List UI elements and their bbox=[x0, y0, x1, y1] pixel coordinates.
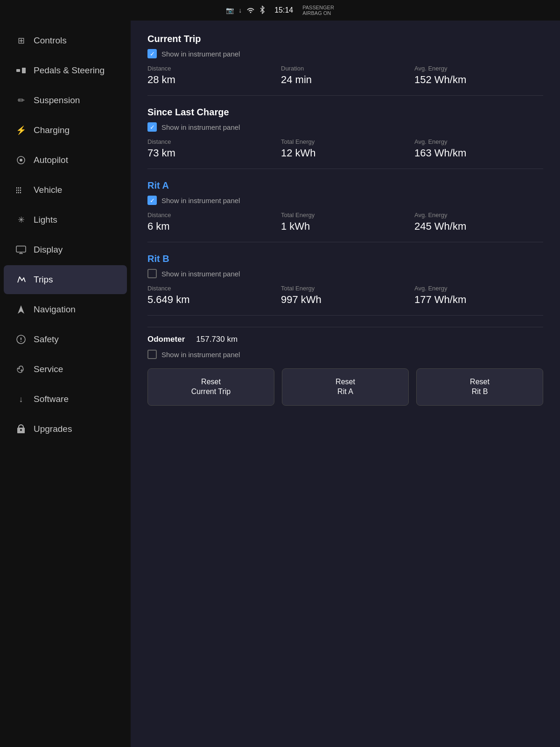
sidebar-item-trips[interactable]: Trips bbox=[4, 265, 127, 294]
main-layout: ⊞ Controls Pedals & Steering ✏ Suspensio… bbox=[0, 21, 560, 747]
sidebar-item-service[interactable]: Service bbox=[4, 355, 127, 384]
rit-b-show-checkbox[interactable] bbox=[147, 269, 157, 278]
odometer-show-checkbox[interactable] bbox=[147, 350, 157, 359]
divider bbox=[147, 327, 543, 327]
rit-b-show-checkbox-row: Show in instrument panel bbox=[147, 269, 543, 278]
reset-rit-a-button[interactable]: ResetRit A bbox=[282, 368, 409, 406]
current-trip-section: Current Trip Show in instrument panel Di… bbox=[147, 34, 543, 96]
current-trip-duration: Duration 24 min bbox=[281, 65, 410, 86]
current-trip-distance-value: 28 km bbox=[147, 74, 276, 86]
sidebar-item-suspension[interactable]: ✏ Suspension bbox=[4, 86, 127, 115]
sidebar-item-pedals[interactable]: Pedals & Steering bbox=[4, 56, 127, 85]
since-last-charge-title: Since Last Charge bbox=[147, 107, 543, 118]
download-icon: ↓ bbox=[238, 7, 242, 14]
display-icon bbox=[15, 244, 27, 256]
sidebar-item-charging[interactable]: ⚡ Charging bbox=[4, 116, 127, 145]
current-trip-energy-value: 152 Wh/km bbox=[414, 74, 543, 86]
rit-a-total-energy: Total Energy 1 kWh bbox=[281, 211, 410, 233]
rit-b-distance: Distance 5.649 km bbox=[147, 285, 276, 306]
current-trip-show-label: Show in instrument panel bbox=[161, 50, 240, 58]
rit-a-total-energy-label: Total Energy bbox=[281, 211, 410, 218]
trips-icon bbox=[15, 274, 27, 286]
sidebar-item-vehicle[interactable]: Vehicle bbox=[4, 176, 127, 204]
sidebar-label-upgrades: Upgrades bbox=[34, 424, 72, 434]
rit-a-title: Rit A bbox=[147, 180, 543, 191]
sidebar-item-autopilot[interactable]: Autopilot bbox=[4, 146, 127, 175]
svg-rect-2 bbox=[16, 69, 20, 72]
sidebar-item-upgrades[interactable]: Upgrades bbox=[4, 415, 127, 444]
svg-rect-12 bbox=[16, 192, 17, 193]
rit-b-total-energy-label: Total Energy bbox=[281, 285, 410, 292]
slc-total-energy: Total Energy 12 kWh bbox=[281, 138, 410, 159]
rit-a-distance-label: Distance bbox=[147, 211, 276, 218]
sidebar-item-lights[interactable]: ✳ Lights bbox=[4, 205, 127, 234]
sidebar-label-suspension: Suspension bbox=[34, 95, 80, 106]
svg-rect-8 bbox=[20, 187, 21, 189]
rit-a-distance: Distance 6 km bbox=[147, 211, 276, 233]
sidebar-item-display[interactable]: Display bbox=[4, 235, 127, 264]
rit-b-avg-energy: Avg. Energy 177 Wh/km bbox=[414, 285, 543, 306]
odometer-section: Odometer 157.730 km Show in instrument p… bbox=[147, 327, 543, 359]
slc-total-energy-label: Total Energy bbox=[281, 138, 410, 145]
current-trip-energy: Avg. Energy 152 Wh/km bbox=[414, 65, 543, 86]
suspension-icon: ✏ bbox=[15, 94, 27, 106]
sidebar-item-safety[interactable]: Safety bbox=[4, 325, 127, 354]
sidebar-label-navigation: Navigation bbox=[34, 304, 76, 315]
since-last-charge-show-checkbox[interactable] bbox=[147, 122, 157, 132]
odometer-show-checkbox-row: Show in instrument panel bbox=[147, 350, 543, 359]
sidebar-label-display: Display bbox=[34, 245, 63, 255]
rit-b-title: Rit B bbox=[147, 254, 543, 264]
slc-distance: Distance 73 km bbox=[147, 138, 276, 159]
rit-a-avg-energy: Avg. Energy 245 Wh/km bbox=[414, 211, 543, 233]
sidebar-label-controls: Controls bbox=[34, 35, 67, 46]
sidebar-label-trips: Trips bbox=[34, 275, 53, 285]
passenger-airbag-icon: PASSENGERAIRBAG ON bbox=[302, 5, 334, 16]
current-trip-duration-value: 24 min bbox=[281, 74, 410, 86]
sidebar-item-navigation[interactable]: Navigation bbox=[4, 295, 127, 324]
slc-avg-energy-label: Avg. Energy bbox=[414, 138, 543, 145]
rit-a-show-checkbox-row: Show in instrument panel bbox=[147, 196, 543, 205]
sidebar-item-controls[interactable]: ⊞ Controls bbox=[4, 26, 127, 55]
current-trip-show-checkbox-row: Show in instrument panel bbox=[147, 49, 543, 58]
svg-rect-13 bbox=[18, 192, 19, 193]
rit-a-stats: Distance 6 km Total Energy 1 kWh Avg. En… bbox=[147, 211, 543, 233]
sidebar-label-lights: Lights bbox=[34, 215, 57, 225]
sidebar-label-charging: Charging bbox=[34, 125, 70, 135]
odometer-row: Odometer 157.730 km bbox=[147, 335, 543, 344]
odometer-label: Odometer bbox=[147, 335, 185, 344]
reset-buttons-container: ResetCurrent Trip ResetRit A ResetRit B bbox=[147, 368, 543, 406]
charging-icon: ⚡ bbox=[15, 124, 27, 136]
reset-rit-b-button[interactable]: ResetRit B bbox=[416, 368, 543, 406]
reset-current-trip-button[interactable]: ResetCurrent Trip bbox=[147, 368, 274, 406]
current-trip-duration-label: Duration bbox=[281, 65, 410, 72]
status-icons: 📷 ↓ bbox=[226, 6, 265, 15]
current-trip-stats: Distance 28 km Duration 24 min Avg. Ener… bbox=[147, 65, 543, 86]
rit-a-distance-value: 6 km bbox=[147, 220, 276, 233]
controls-icon: ⊞ bbox=[15, 35, 27, 47]
current-trip-show-checkbox[interactable] bbox=[147, 49, 157, 58]
autopilot-icon bbox=[15, 154, 27, 166]
rit-b-total-energy-value: 997 kWh bbox=[281, 294, 410, 306]
vehicle-icon bbox=[15, 184, 27, 196]
rit-b-show-label: Show in instrument panel bbox=[161, 270, 240, 278]
rit-a-show-checkbox[interactable] bbox=[147, 196, 157, 205]
rit-a-avg-energy-label: Avg. Energy bbox=[414, 211, 543, 218]
since-last-charge-section: Since Last Charge Show in instrument pan… bbox=[147, 107, 543, 169]
sidebar-label-software: Software bbox=[34, 394, 69, 404]
svg-rect-6 bbox=[16, 187, 17, 189]
rit-b-section: Rit B Show in instrument panel Distance … bbox=[147, 254, 543, 316]
sidebar-item-software[interactable]: ↓ Software bbox=[4, 385, 127, 414]
upgrades-icon bbox=[15, 423, 27, 435]
main-content: Current Trip Show in instrument panel Di… bbox=[131, 21, 560, 747]
extra-status-icons: PASSENGERAIRBAG ON bbox=[302, 5, 334, 16]
sidebar-label-service: Service bbox=[34, 364, 63, 374]
current-trip-distance: Distance 28 km bbox=[147, 65, 276, 86]
svg-point-20 bbox=[21, 341, 21, 342]
bluetooth-icon bbox=[259, 6, 265, 15]
svg-rect-3 bbox=[22, 68, 26, 73]
sidebar: ⊞ Controls Pedals & Steering ✏ Suspensio… bbox=[0, 21, 131, 747]
svg-rect-11 bbox=[20, 190, 21, 191]
status-time: 15:14 bbox=[274, 6, 293, 14]
rit-b-avg-energy-value: 177 Wh/km bbox=[414, 294, 543, 306]
lights-icon: ✳ bbox=[15, 214, 27, 226]
